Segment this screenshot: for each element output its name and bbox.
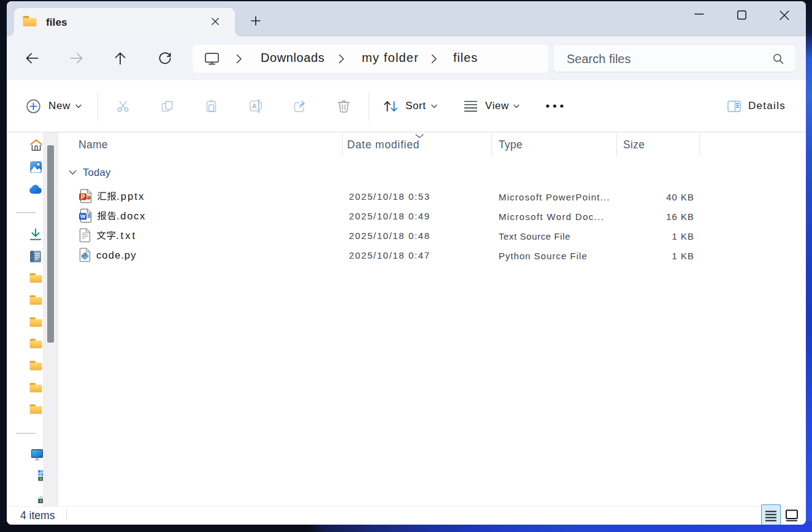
- svg-text:A: A: [252, 102, 257, 110]
- svg-text:P: P: [81, 194, 85, 200]
- svg-text:W: W: [80, 213, 86, 219]
